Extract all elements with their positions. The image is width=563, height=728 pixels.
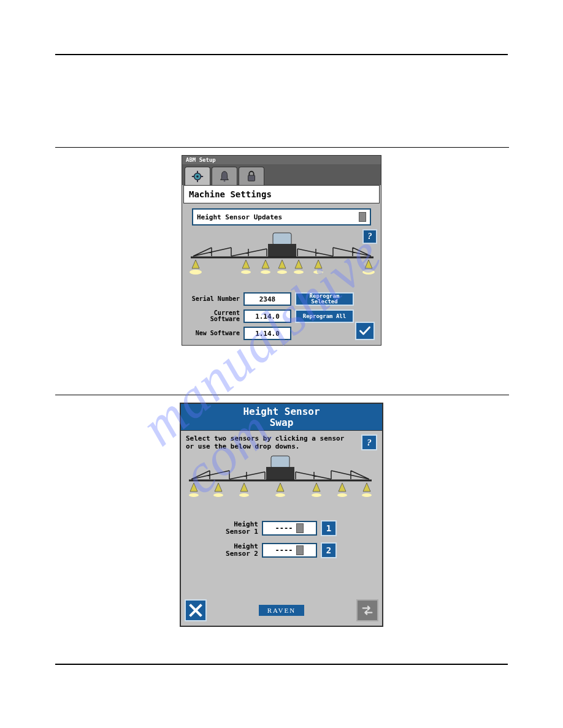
abm-setup-panel: ABM Setup Machine Settings Height Sensor… xyxy=(182,155,381,346)
svg-point-24 xyxy=(275,493,285,497)
boom-diagram xyxy=(187,230,377,286)
svg-point-27 xyxy=(362,493,372,497)
svg-point-17 xyxy=(362,270,375,275)
machine-settings-header: Machine Settings xyxy=(183,185,380,203)
hss-title-line2: Swap xyxy=(181,417,382,428)
svg-rect-19 xyxy=(266,467,294,480)
svg-point-16 xyxy=(313,270,323,274)
help-button[interactable]: ? xyxy=(362,229,377,244)
section-rule-2 xyxy=(55,395,509,395)
sensor2-select[interactable]: ---- xyxy=(262,543,317,558)
svg-point-14 xyxy=(277,270,287,274)
updates-spinner-icon xyxy=(359,212,366,222)
footer-rule xyxy=(55,664,508,665)
reprogram-all-button[interactable]: Reprogram All xyxy=(295,309,354,323)
hss-boom-diagram xyxy=(183,453,377,509)
section-rule-1 xyxy=(55,147,509,148)
svg-rect-3 xyxy=(197,180,198,182)
svg-rect-8 xyxy=(273,233,291,245)
hss-instructions: Select two sensors by clicking a sensor … xyxy=(186,434,345,450)
new-software-value: 1.14.0 xyxy=(243,327,291,340)
updates-select[interactable]: Height Sensor Updates xyxy=(192,208,371,226)
sensor2-spinner-icon xyxy=(296,545,304,555)
sensor2-number-button[interactable]: 2 xyxy=(321,542,337,558)
current-software-label: Current Software xyxy=(187,310,240,323)
height-sensor-swap-panel: Height Sensor Swap Select two sensors by… xyxy=(180,403,383,627)
svg-point-6 xyxy=(224,180,226,181)
svg-rect-5 xyxy=(201,176,204,177)
check-icon xyxy=(359,325,371,336)
abm-tabs xyxy=(182,164,381,185)
raven-logo: RAVEN xyxy=(259,605,304,616)
svg-point-12 xyxy=(241,270,251,274)
sensor1-spinner-icon xyxy=(296,523,304,533)
svg-rect-18 xyxy=(271,456,289,468)
tab-settings[interactable] xyxy=(185,167,210,185)
svg-rect-4 xyxy=(192,176,194,177)
svg-rect-2 xyxy=(197,170,198,173)
svg-point-22 xyxy=(213,493,223,497)
svg-point-1 xyxy=(196,175,199,178)
hss-help-button[interactable]: ? xyxy=(361,434,377,450)
reprogram-selected-button[interactable]: Reprogram Selected xyxy=(295,292,354,306)
accept-button[interactable] xyxy=(355,322,375,340)
svg-point-13 xyxy=(261,270,270,274)
bell-icon xyxy=(218,170,231,183)
abm-titlebar: ABM Setup xyxy=(182,156,381,164)
new-software-label: New Software xyxy=(187,330,240,337)
svg-point-26 xyxy=(337,493,347,497)
hss-title-line1: Height Sensor xyxy=(181,406,382,417)
sensor1-number-button[interactable]: 1 xyxy=(321,520,337,536)
hss-title: Height Sensor Swap xyxy=(181,404,382,431)
swap-arrows-icon xyxy=(361,604,374,617)
svg-point-15 xyxy=(294,270,304,274)
svg-point-11 xyxy=(190,270,202,275)
svg-point-21 xyxy=(189,493,199,497)
top-rule xyxy=(55,54,508,55)
serial-number-value[interactable]: 2348 xyxy=(243,292,291,306)
tab-alerts[interactable] xyxy=(212,167,237,185)
swap-button[interactable] xyxy=(356,599,378,621)
lock-icon xyxy=(245,170,258,183)
tab-lock[interactable] xyxy=(239,167,264,185)
svg-rect-9 xyxy=(268,244,296,257)
sensor1-label: Height Sensor 1 xyxy=(210,521,258,535)
close-icon xyxy=(188,603,203,618)
gear-icon xyxy=(191,170,204,183)
svg-rect-7 xyxy=(248,175,255,181)
updates-select-label: Height Sensor Updates xyxy=(197,213,282,221)
serial-number-label: Serial Number xyxy=(187,296,240,303)
svg-point-23 xyxy=(239,493,249,497)
current-software-value: 1.14.0 xyxy=(243,309,291,323)
sensor1-select[interactable]: ---- xyxy=(262,521,317,536)
close-button[interactable] xyxy=(185,599,207,621)
sensor2-label: Height Sensor 2 xyxy=(210,543,258,557)
svg-point-25 xyxy=(312,493,321,497)
